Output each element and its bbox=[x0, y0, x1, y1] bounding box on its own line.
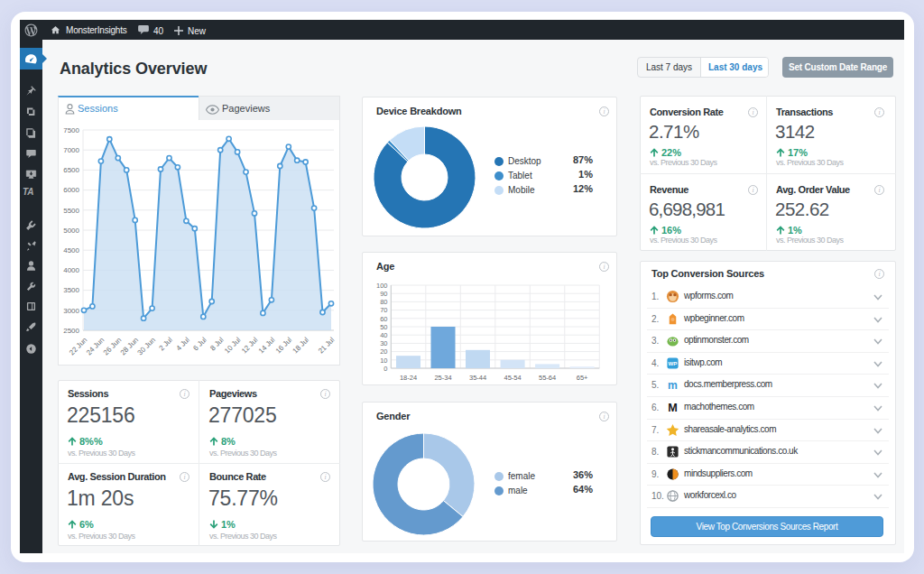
svg-text:10 Jul: 10 Jul bbox=[223, 336, 243, 356]
svg-text:16 Jul: 16 Jul bbox=[274, 336, 294, 356]
svg-text:5000: 5000 bbox=[63, 227, 79, 235]
svg-text:50: 50 bbox=[380, 323, 387, 331]
svg-text:22 Jun: 22 Jun bbox=[68, 336, 88, 356]
svg-text:65+: 65+ bbox=[577, 374, 588, 382]
svg-text:6500: 6500 bbox=[63, 166, 79, 174]
svg-text:80: 80 bbox=[380, 298, 387, 306]
svg-text:25-34: 25-34 bbox=[434, 374, 451, 382]
svg-text:90: 90 bbox=[380, 290, 387, 298]
svg-text:18 Jul: 18 Jul bbox=[291, 336, 311, 356]
svg-text:3000: 3000 bbox=[63, 307, 79, 315]
svg-text:70: 70 bbox=[380, 306, 387, 314]
svg-text:m: m bbox=[668, 379, 678, 392]
svg-text:26 Jun: 26 Jun bbox=[102, 336, 123, 356]
svg-text:M: M bbox=[668, 402, 678, 414]
svg-text:40: 40 bbox=[380, 331, 387, 339]
svg-text:20: 20 bbox=[380, 347, 387, 356]
svg-text:45-54: 45-54 bbox=[504, 374, 522, 382]
svg-text:18-24: 18-24 bbox=[400, 374, 417, 382]
svg-text:21 Jul: 21 Jul bbox=[317, 336, 337, 356]
svg-text:4 Jul: 4 Jul bbox=[174, 336, 190, 352]
svg-text:5500: 5500 bbox=[63, 207, 79, 215]
svg-text:4000: 4000 bbox=[63, 266, 79, 274]
svg-text:7000: 7000 bbox=[63, 146, 79, 154]
svg-text:WP: WP bbox=[669, 360, 678, 366]
svg-text:12 Jul: 12 Jul bbox=[240, 336, 260, 356]
svg-text:30: 30 bbox=[380, 339, 387, 347]
svg-text:100: 100 bbox=[376, 282, 388, 290]
svg-text:3500: 3500 bbox=[63, 286, 79, 294]
svg-text:6000: 6000 bbox=[63, 186, 79, 194]
svg-text:24 Jun: 24 Jun bbox=[85, 336, 106, 356]
svg-text:6 Jul: 6 Jul bbox=[191, 336, 208, 352]
svg-text:4500: 4500 bbox=[63, 246, 79, 255]
svg-text:35-44: 35-44 bbox=[469, 374, 486, 382]
svg-text:30 Jun: 30 Jun bbox=[136, 336, 157, 356]
svg-text:7500: 7500 bbox=[63, 126, 79, 134]
svg-text:2500: 2500 bbox=[63, 327, 79, 335]
svg-text:14 Jul: 14 Jul bbox=[257, 336, 277, 356]
svg-text:0: 0 bbox=[383, 365, 387, 373]
svg-text:10: 10 bbox=[380, 356, 387, 365]
svg-text:28 Jun: 28 Jun bbox=[119, 336, 140, 356]
svg-text:60: 60 bbox=[380, 315, 387, 323]
svg-text:2 Jul: 2 Jul bbox=[158, 336, 174, 352]
svg-text:55-64: 55-64 bbox=[539, 374, 556, 382]
